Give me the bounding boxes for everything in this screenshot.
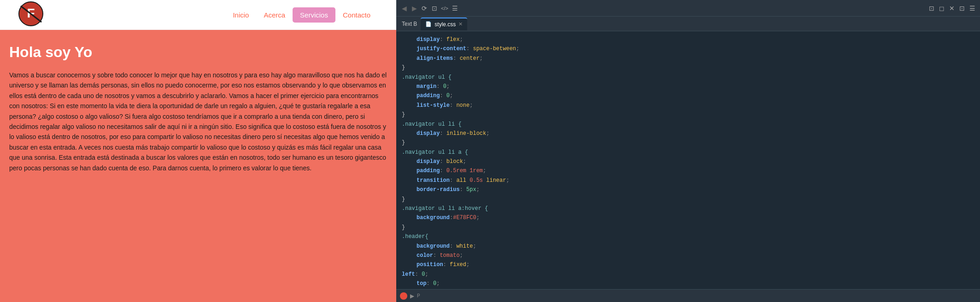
devtools-icon-3[interactable]: ⊡ — [958, 4, 966, 12]
code-line-17: padding: 0.5rem 1rem; — [396, 166, 980, 175]
code-line-20: } — [396, 195, 980, 204]
devtools-icon-4[interactable]: ☰ — [968, 4, 976, 12]
hero-body: Vamos a buscar conocernos y sobre todo c… — [9, 70, 387, 173]
nav-item-contacto[interactable]: Contacto — [335, 7, 378, 23]
tab-text-b-partial[interactable]: Text B — [398, 17, 421, 30]
code-line-29: top: 0; — [396, 279, 980, 288]
code-line-7: padding: 0; — [396, 91, 980, 100]
tab-style-css[interactable]: 📄 style.css ✕ — [421, 17, 467, 30]
devtools-refresh-icon[interactable]: ⟳ — [420, 4, 428, 12]
nav-link-inicio[interactable]: Inicio — [225, 7, 256, 23]
site-header: F Menú Inicio Acerca Servicios Contacto — [0, 0, 396, 30]
tab-style-css-label: style.css — [434, 21, 456, 28]
code-line-2: justify-content: space-between; — [396, 44, 980, 53]
code-line-6: margin: 0; — [396, 82, 980, 91]
devtools-tabs-bar: Text B 📄 style.css ✕ — [396, 17, 980, 31]
site-logo: F — [18, 1, 44, 29]
hero-title: Hola soy Yo — [9, 44, 387, 61]
code-line-8: list-style: none; — [396, 101, 980, 110]
file-icon: 📄 — [425, 21, 432, 27]
main-nav: Inicio Acerca Servicios Contacto — [225, 7, 378, 23]
code-line-25: background: white; — [396, 242, 980, 251]
code-line-19: border-radius: 5px; — [396, 185, 980, 194]
code-line-15: .navigator ul li a { — [396, 148, 980, 157]
site-main-content: Hola soy Yo Vamos a buscar conocernos y … — [0, 30, 396, 302]
devtools-topbar: ◀ ▶ ⟳ ⊡ </> ☰ ⊡ ◻ ✕ ⊡ ☰ — [396, 0, 980, 17]
nav-link-acerca[interactable]: Acerca — [256, 7, 293, 23]
nav-item-acerca[interactable]: Acerca — [256, 7, 293, 23]
code-line-24: .header{ — [396, 232, 980, 241]
code-line-5: .navigator ul { — [396, 73, 980, 82]
devtools-close-icon[interactable]: ✕ — [948, 4, 956, 12]
nav-link-servicios[interactable]: Servicios — [293, 7, 335, 23]
devtools-inspect-icon[interactable]: ⊡ — [430, 4, 439, 12]
error-indicator[interactable] — [400, 292, 407, 300]
website-preview: F Menú Inicio Acerca Servicios Contacto — [0, 0, 396, 302]
code-line-4: } — [396, 63, 980, 72]
code-line-12: display: inline-block; — [396, 129, 980, 138]
code-line-9: } — [396, 110, 980, 119]
devtools-menu-icon[interactable]: ☰ — [451, 4, 459, 12]
code-line-11: .navigator ul li { — [396, 120, 980, 129]
code-line-16: display: block; — [396, 157, 980, 166]
code-line-27: position: fixed; — [396, 260, 980, 269]
nav-item-inicio[interactable]: Inicio — [225, 7, 256, 23]
devtools-code-icon[interactable]: </> — [440, 4, 449, 12]
code-line-28: left: 0; — [396, 270, 980, 279]
nav-item-servicios[interactable]: Servicios — [293, 7, 335, 23]
code-line-26: color: tomato; — [396, 251, 980, 260]
tab-text-b-label: Text B — [402, 21, 417, 27]
code-line-22: background:#E78FC0; — [396, 213, 980, 222]
devtools-bottombar: ▶ P — [396, 289, 980, 302]
devtools-forward-icon[interactable]: ▶ — [410, 4, 418, 12]
nav-link-contacto[interactable]: Contacto — [335, 7, 378, 23]
code-line-21: .navigator ul li a:hover { — [396, 204, 980, 213]
code-line-3: align-items: center; — [396, 54, 980, 63]
devtools-code-editor: display: flex; justify-content: space-be… — [396, 31, 980, 289]
code-line-13: } — [396, 138, 980, 147]
code-line-18: transition: all 0.5s linear; — [396, 176, 980, 185]
devtools-back-icon[interactable]: ◀ — [400, 4, 408, 12]
tab-close-icon[interactable]: ✕ — [458, 21, 463, 27]
bottom-icon-2: P — [417, 293, 420, 298]
bottom-icon-1: ▶ — [410, 293, 414, 299]
devtools-icon-1[interactable]: ⊡ — [927, 4, 936, 12]
devtools-panel: ◀ ▶ ⟳ ⊡ </> ☰ ⊡ ◻ ✕ ⊡ ☰ Text B 📄 style.c… — [396, 0, 980, 302]
devtools-icon-2[interactable]: ◻ — [938, 4, 946, 12]
code-line-1: display: flex; — [396, 35, 980, 44]
code-line-23: } — [396, 223, 980, 232]
